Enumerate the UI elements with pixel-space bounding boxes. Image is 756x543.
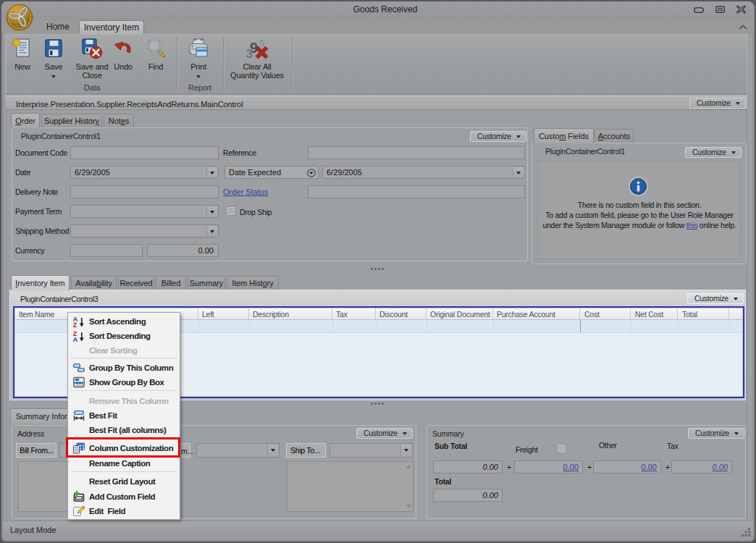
svg-text:Z: Z [73,321,77,327]
svg-text:5: 5 [259,38,264,49]
svg-text:3: 3 [246,48,253,60]
svg-text:A: A [73,335,78,342]
